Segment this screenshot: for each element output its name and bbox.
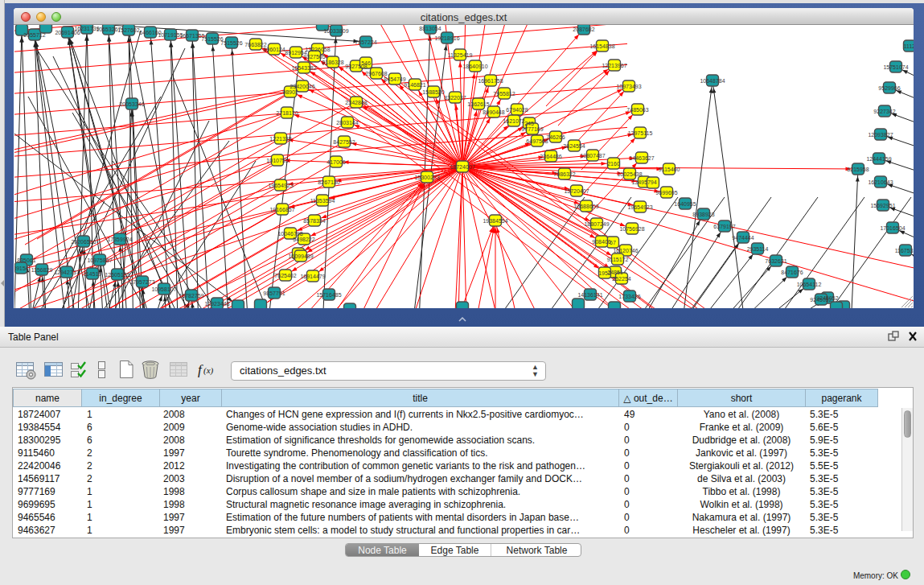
svg-text:16914479: 16914479: [300, 274, 325, 279]
svg-text:17016504: 17016504: [880, 225, 905, 231]
svg-text:7986322: 7986322: [553, 171, 575, 177]
svg-text:13975115: 13975115: [628, 130, 653, 136]
svg-text:10958107: 10958107: [151, 286, 176, 292]
svg-text:8427552: 8427552: [333, 139, 355, 145]
svg-text:12942737: 12942737: [54, 270, 79, 275]
svg-text:1362615: 1362615: [467, 101, 489, 107]
svg-text:12505135: 12505135: [105, 272, 129, 278]
svg-text:2718170: 2718170: [276, 110, 298, 116]
svg-text:18807249: 18807249: [584, 221, 609, 227]
svg-text:17957273: 17957273: [129, 279, 154, 285]
svg-text:1167531: 1167531: [895, 248, 914, 253]
svg-text:835061: 835061: [17, 257, 35, 263]
svg-text:18724007: 18724007: [450, 164, 474, 170]
svg-text:5498222: 5498222: [293, 237, 314, 242]
svg-text:23420046: 23420046: [290, 84, 314, 89]
svg-text:8215958: 8215958: [847, 167, 869, 172]
svg-text:1112: 1112: [904, 43, 914, 49]
svg-text:17359924: 17359924: [107, 237, 132, 242]
svg-text:14136141: 14136141: [577, 292, 602, 298]
svg-text:9227342: 9227342: [873, 109, 895, 114]
svg-text:908406: 908406: [592, 239, 610, 245]
svg-text:10973493: 10973493: [616, 84, 641, 89]
svg-text:7625402: 7625402: [274, 273, 296, 278]
svg-text:6794028: 6794028: [506, 107, 528, 113]
svg-text:19218916: 19218916: [434, 35, 459, 41]
svg-text:1621072: 1621072: [503, 118, 524, 124]
svg-text:2055712: 2055712: [23, 32, 45, 38]
svg-text:9115460: 9115460: [659, 167, 680, 172]
svg-text:16099489: 16099489: [288, 253, 313, 259]
svg-text:7515526: 7515526: [201, 36, 223, 42]
svg-text:15716485: 15716485: [316, 292, 341, 298]
svg-text:7515526: 7515526: [220, 40, 242, 46]
svg-text:417006: 417006: [326, 159, 345, 165]
svg-text:8322037: 8322037: [444, 95, 466, 101]
svg-text:15720407: 15720407: [564, 188, 589, 194]
svg-text:12923448: 12923448: [204, 301, 229, 307]
svg-text:10688609: 10688609: [573, 204, 598, 209]
svg-text:9529966: 9529966: [878, 85, 900, 91]
svg-text:15300273: 15300273: [414, 175, 439, 180]
svg-text:2967608: 2967608: [365, 71, 387, 76]
svg-text:(x): (x): [203, 365, 214, 376]
svg-text:19654923: 19654923: [627, 204, 652, 210]
svg-text:16154838: 16154838: [589, 43, 614, 49]
svg-text:12444159: 12444159: [866, 156, 891, 162]
svg-text:10648784: 10648784: [700, 78, 725, 84]
svg-text:10046798: 10046798: [277, 231, 302, 237]
svg-text:10654112: 10654112: [797, 282, 822, 287]
svg-text:8454749: 8454749: [384, 76, 405, 82]
svg-text:9857791: 9857791: [263, 290, 285, 296]
svg-text:245: 245: [524, 121, 534, 126]
svg-text:8990448: 8990448: [483, 109, 504, 115]
svg-text:8267130: 8267130: [318, 179, 339, 185]
svg-text:2087682: 2087682: [573, 27, 594, 32]
svg-text:39154: 39154: [14, 266, 29, 271]
svg-text:1952: 1952: [598, 270, 611, 276]
svg-text:7857224: 7857224: [355, 39, 376, 45]
svg-text:98901: 98901: [282, 89, 298, 95]
svg-text:16120746: 16120746: [613, 248, 638, 253]
svg-text:6379197: 6379197: [713, 224, 735, 229]
svg-text:15751074: 15751074: [883, 64, 908, 70]
svg-text:1640955: 1640955: [674, 201, 696, 207]
svg-text:11353594: 11353594: [310, 198, 335, 204]
svg-text:12093827: 12093827: [868, 132, 893, 138]
svg-text:13495794: 13495794: [631, 179, 656, 185]
svg-text:9327505: 9327505: [303, 54, 325, 60]
svg-text:1010755: 1010755: [266, 158, 288, 163]
svg-text:9146821: 9146821: [404, 82, 425, 88]
svg-text:14463627: 14463627: [629, 155, 654, 161]
svg-text:20053346: 20053346: [119, 101, 144, 107]
svg-text:114519: 114519: [84, 271, 102, 277]
svg-text:19166857: 19166857: [269, 207, 294, 212]
svg-text:16961758: 16961758: [478, 78, 503, 84]
svg-text:9115172: 9115172: [607, 257, 629, 262]
svg-text:16782759: 16782759: [179, 293, 203, 299]
svg-text:9777169: 9777169: [521, 126, 543, 132]
svg-text:15692951: 15692951: [870, 203, 895, 208]
svg-text:3624554: 3624554: [563, 143, 585, 149]
svg-text:9474444: 9474444: [732, 235, 754, 241]
svg-text:10025438: 10025438: [617, 171, 642, 177]
svg-text:8471676: 8471676: [781, 270, 803, 275]
svg-text:f: f: [198, 362, 203, 377]
svg-text:6497568: 6497568: [526, 138, 548, 144]
svg-text:13226058: 13226058: [305, 47, 330, 52]
svg-text:10975867: 10975867: [87, 257, 112, 263]
svg-text:18640910: 18640910: [462, 64, 487, 69]
svg-text:1221338: 1221338: [269, 136, 291, 142]
svg-text:1588520: 1588520: [422, 89, 444, 95]
svg-text:9699695: 9699695: [655, 190, 677, 196]
svg-text:252254: 252254: [612, 276, 630, 282]
svg-text:9245052: 9245052: [810, 297, 832, 303]
svg-text:1156829: 1156829: [31, 267, 53, 273]
svg-text:16210643: 16210643: [868, 179, 893, 185]
svg-text:7485063: 7485063: [626, 107, 648, 113]
svg-text:8186328: 8186328: [322, 60, 343, 65]
svg-text:546: 546: [361, 60, 371, 66]
svg-text:1733426: 1733426: [618, 294, 640, 299]
svg-text:746266: 746266: [546, 134, 565, 140]
svg-text:10756928: 10756928: [619, 226, 644, 232]
